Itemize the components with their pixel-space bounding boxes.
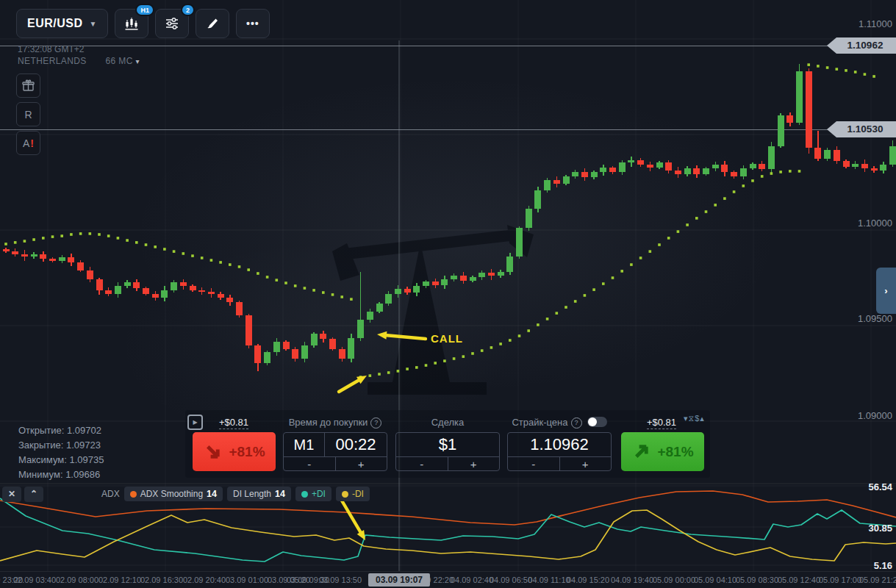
candle-up [498, 272, 504, 276]
amount-value[interactable]: $1 [396, 433, 499, 456]
sar-dot [695, 217, 698, 220]
candle-down [553, 180, 560, 184]
indicator-title: ADX [101, 489, 120, 499]
candle-up [451, 276, 457, 279]
indicator-line-minus_di [0, 510, 896, 561]
sell-payout-value: +$0.81 [219, 417, 248, 429]
sar-dot [836, 68, 839, 71]
sar-dot [201, 257, 204, 259]
strike-group: Страйк-цена? 1.10962 - + [507, 410, 612, 478]
session-info: 17:32:08 GMT+2 NETHERLANDS 66 MC ▾ [18, 43, 140, 68]
expand-right-panel-tab[interactable]: › [876, 268, 896, 314]
sar-dot [490, 346, 493, 349]
legend-pill--di[interactable]: -DI [336, 487, 370, 501]
candle-down [68, 257, 74, 262]
strike-label: Страйк-цена? [507, 417, 612, 429]
panel-settings-icons[interactable]: ▾⧖$▴ [684, 414, 705, 423]
buy-payout-value: +$0.81 [647, 417, 676, 429]
candle-up [479, 273, 485, 277]
reload-button[interactable]: R [16, 102, 40, 126]
ohlc-readout: Открытие: 1.09702Закрытие: 1.09723Максим… [18, 423, 104, 482]
sell-payout[interactable]: +$0.81 [213, 417, 254, 428]
time-axis-label: 05.09 00:00 [653, 576, 695, 584]
candle-up [778, 115, 784, 146]
strike-toggle[interactable] [587, 417, 607, 427]
sar-dot [481, 349, 484, 352]
sar-dot [117, 237, 120, 240]
time-axis-label: 05.09 12:40 [778, 576, 820, 584]
expiration-box: M1 00:22 - + [283, 432, 387, 471]
price-axis-label: 1.09000 [858, 410, 892, 421]
legend-pill-+di[interactable]: +DI [295, 487, 331, 501]
time-axis-label: 04.09 11:10 [528, 576, 570, 584]
strike-minus-button[interactable]: - [508, 457, 559, 471]
candle-down [226, 298, 233, 302]
sar-dot [574, 300, 577, 303]
expiration-plus-button[interactable]: + [335, 457, 387, 471]
sell-put-button[interactable]: +81% [193, 432, 276, 471]
buy-payout[interactable]: +$0.81 [641, 417, 682, 428]
sar-dot [70, 233, 73, 236]
candle-down [12, 251, 18, 254]
strike-box: 1.10962 - + [507, 432, 612, 471]
gift-icon [22, 79, 35, 92]
drawing-tools-button[interactable] [196, 9, 229, 38]
candle-down [843, 161, 850, 167]
sar-dot [340, 295, 343, 298]
strike-plus-button[interactable]: + [559, 457, 612, 471]
sar-dot [546, 318, 549, 320]
sar-dot [369, 374, 372, 377]
candle-down [693, 168, 700, 174]
gift-button[interactable] [16, 74, 40, 98]
buy-call-button[interactable]: +81% [621, 432, 704, 471]
crosshair-time-badge: 03.09 19:07 [368, 573, 430, 587]
indicator-close-button[interactable]: ✕ [2, 487, 21, 502]
ohlc-row: Открытие: 1.09702 [18, 423, 104, 438]
sar-dot [425, 364, 428, 367]
help-icon[interactable]: ? [370, 417, 381, 429]
chevron-up-icon: ⌃ [30, 489, 37, 499]
candle-down [218, 294, 224, 298]
countdown-value[interactable]: 00:22 [325, 433, 387, 456]
analysis-button[interactable]: A! [16, 131, 40, 155]
indicators-button[interactable]: 2 [155, 9, 189, 38]
candle-down [609, 168, 616, 172]
candle-up [171, 282, 177, 290]
time-axis[interactable]: 01.09 23:2002.09 03:4002.09 08:0002.09 1… [0, 571, 896, 588]
latency-selector[interactable]: 66 MC ▾ [105, 56, 140, 66]
buy-percent: +81% [657, 444, 693, 460]
amount-minus-button[interactable]: - [396, 457, 448, 471]
chart-type-button[interactable]: H1 [115, 9, 148, 38]
indicator-line-plus_di [0, 498, 896, 562]
sar-dot [499, 343, 502, 345]
sar-dot [462, 355, 465, 358]
help-icon[interactable]: ? [571, 417, 582, 429]
sar-dot [98, 233, 101, 236]
timeframe-selector[interactable]: M1 [284, 433, 325, 456]
sar-dot [219, 261, 222, 264]
amount-plus-button[interactable]: + [448, 457, 500, 471]
candle-up [600, 168, 606, 172]
sar-dot [742, 184, 745, 187]
symbol-selector[interactable]: EUR/USD ▼ [16, 9, 108, 38]
legend-pill-di-length[interactable]: DI Length14 [227, 487, 291, 501]
trades-drawer-icon[interactable]: ▶ [187, 415, 203, 430]
candle-up [768, 146, 775, 169]
candle-down [198, 290, 205, 293]
strike-price-tag[interactable]: 1.10962 [827, 37, 896, 54]
legend-pill-adx-smoothing[interactable]: ADX Smoothing14 [124, 487, 223, 501]
more-tools-button[interactable]: ••• [236, 9, 270, 38]
sar-dot [565, 306, 567, 309]
indicator-collapse-button[interactable]: ⌃ [24, 487, 43, 502]
sar-dot [864, 73, 867, 76]
chevron-down-icon: ▼ [90, 20, 97, 28]
candle-up [740, 168, 747, 176]
strike-value[interactable]: 1.10962 [508, 433, 611, 456]
candle-down [721, 165, 728, 172]
candlestick-chart-icon [124, 16, 139, 31]
expiration-minus-button[interactable]: - [284, 457, 335, 471]
sar-dot [639, 257, 642, 259]
sar-dot [266, 276, 269, 279]
chevron-right-icon: › [884, 285, 887, 296]
candle-down [49, 259, 56, 261]
